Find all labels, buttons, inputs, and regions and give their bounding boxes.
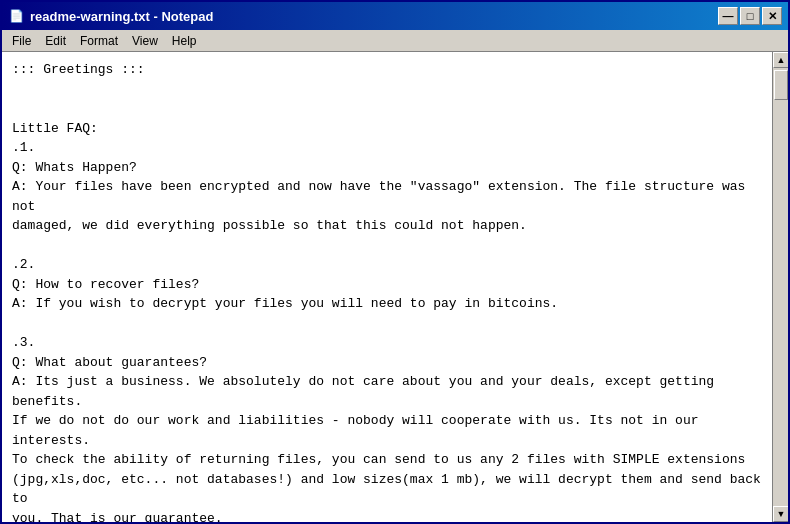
content-area: ::: Greetings ::: Little FAQ: .1. Q: Wha… [2,52,788,522]
vertical-scrollbar[interactable]: ▲ ▼ [772,52,788,522]
menu-help[interactable]: Help [166,32,203,49]
scroll-down-button[interactable]: ▼ [773,506,788,522]
minimize-button[interactable]: — [718,7,738,25]
close-button[interactable]: ✕ [762,7,782,25]
app-icon: 📄 [8,8,24,24]
menu-view[interactable]: View [126,32,164,49]
text-editor[interactable]: ::: Greetings ::: Little FAQ: .1. Q: Wha… [2,52,772,522]
notepad-window: 📄 readme-warning.txt - Notepad — □ ✕ Fil… [0,0,790,524]
menu-edit[interactable]: Edit [39,32,72,49]
menu-bar: File Edit Format View Help [2,30,788,52]
menu-file[interactable]: File [6,32,37,49]
window-title: readme-warning.txt - Notepad [30,9,213,24]
menu-format[interactable]: Format [74,32,124,49]
scroll-track[interactable] [773,68,788,506]
title-bar-buttons: — □ ✕ [718,7,782,25]
title-bar: 📄 readme-warning.txt - Notepad — □ ✕ [2,2,788,30]
scroll-thumb[interactable] [774,70,788,100]
scroll-up-button[interactable]: ▲ [773,52,788,68]
title-bar-left: 📄 readme-warning.txt - Notepad [8,8,213,24]
maximize-button[interactable]: □ [740,7,760,25]
